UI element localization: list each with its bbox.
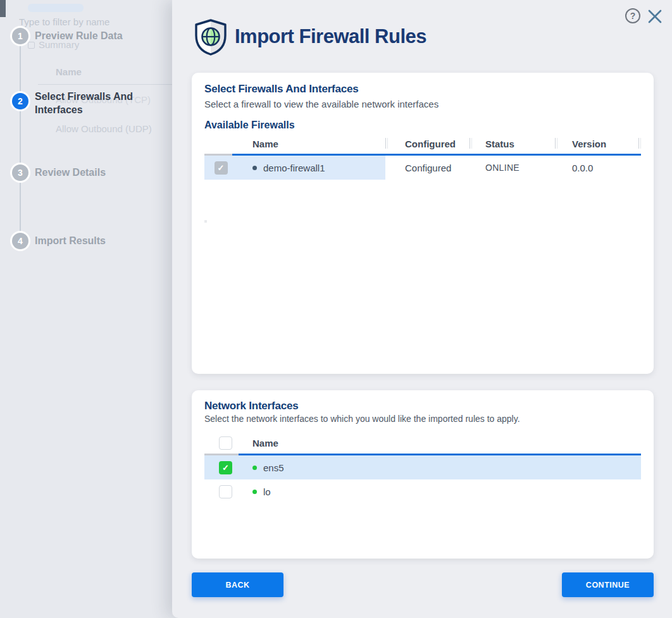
step-3-circle[interactable]: 3 [12, 164, 28, 181]
table-header-underline-grey [204, 454, 239, 455]
interface-row-lo[interactable]: lo [204, 479, 641, 504]
backdrop-filter-placeholder: Type to filter by name [19, 16, 109, 27]
interface-name: ens5 [263, 462, 284, 473]
step-2-label[interactable]: Select Firewalls And Interfaces [35, 90, 146, 116]
column-header-version[interactable]: Version [555, 139, 641, 149]
stray-speck [204, 220, 207, 223]
table-header-underline-grey [204, 154, 232, 156]
step-1-label[interactable]: Preview Rule Data [35, 30, 123, 42]
column-resize-handle[interactable] [555, 138, 557, 149]
step-2-circle[interactable]: 2 [12, 93, 28, 109]
interfaces-card-subheading: Select the network interfaces to which y… [204, 414, 520, 424]
step-3-label[interactable]: Review Details [35, 167, 106, 178]
interface-status-dot [252, 490, 257, 494]
column-header-configured[interactable]: Configured [385, 139, 470, 149]
import-firewall-rules-dialog: Import Firewall Rules ? Select Firewalls… [172, 0, 672, 618]
backdrop-divider [38, 84, 172, 85]
column-resize-handle[interactable] [470, 138, 472, 149]
firewall-status-dot [252, 166, 257, 170]
backdrop-rail: Type to filter by name Summary Name Allo… [0, 0, 172, 618]
close-icon[interactable] [647, 9, 663, 24]
column-resize-handle[interactable] [638, 138, 641, 149]
select-all-checkbox[interactable] [219, 436, 232, 450]
column-header-name[interactable]: Name [237, 139, 385, 149]
interface-checkbox-ens5[interactable]: ✓ [219, 461, 232, 474]
continue-button[interactable]: CONTINUE [562, 572, 654, 597]
firewall-row-demo-firewall1[interactable]: ✓ demo-firewall1 Configured ONLINE 0.0.0 [204, 156, 641, 180]
available-firewalls-title: Available Firewalls [204, 120, 295, 131]
firewall-version-value: 0.0.0 [555, 163, 641, 173]
firewalls-table: Name Configured Status Version ✓ dem [204, 133, 641, 180]
backdrop-name-header: Name [56, 66, 82, 77]
shield-globe-icon [193, 18, 228, 59]
table-header-underline [204, 454, 641, 455]
firewalls-table-header: Name Configured Status Version [204, 133, 641, 154]
firewalls-card-heading: Select Firewalls And Interfaces [204, 83, 359, 96]
interfaces-table: Name ✓ ens5 lo [204, 432, 641, 504]
interface-row-ens5[interactable]: ✓ ens5 [204, 455, 641, 479]
summary-icon [28, 42, 35, 49]
interface-name: lo [263, 486, 271, 497]
interfaces-table-header: Name [204, 432, 641, 454]
help-icon[interactable]: ? [625, 8, 640, 23]
firewalls-card-subheading: Select a firewall to view the available … [204, 99, 439, 109]
step-4-circle[interactable]: 4 [12, 233, 28, 249]
step-1-circle[interactable]: 1 [12, 28, 28, 44]
firewalls-card: Select Firewalls And Interfaces Select a… [192, 73, 654, 374]
backdrop-corner-fragment [0, 0, 6, 17]
interfaces-card: Network Interfaces Select the network in… [192, 390, 654, 559]
firewall-row-checkbox[interactable]: ✓ [215, 161, 228, 175]
column-header-status[interactable]: Status [470, 139, 555, 149]
firewall-status-value: ONLINE [470, 163, 555, 173]
firewall-name: demo-firewall1 [263, 163, 325, 173]
back-button[interactable]: BACK [192, 572, 283, 597]
column-resize-handle[interactable] [385, 138, 388, 149]
firewall-configured-value: Configured [385, 163, 470, 173]
stepper-connector-line [20, 36, 21, 241]
interface-checkbox-lo[interactable] [219, 485, 232, 498]
backdrop-pill-fragment [28, 4, 84, 12]
interfaces-card-heading: Network Interfaces [204, 400, 299, 412]
dialog-title: Import Firewall Rules [235, 25, 426, 48]
interfaces-column-header-name[interactable]: Name [237, 438, 641, 448]
step-4-label[interactable]: Import Results [35, 235, 106, 247]
backdrop-rule-udp: Allow Outbound (UDP) [56, 123, 152, 134]
interface-status-dot [252, 466, 257, 470]
